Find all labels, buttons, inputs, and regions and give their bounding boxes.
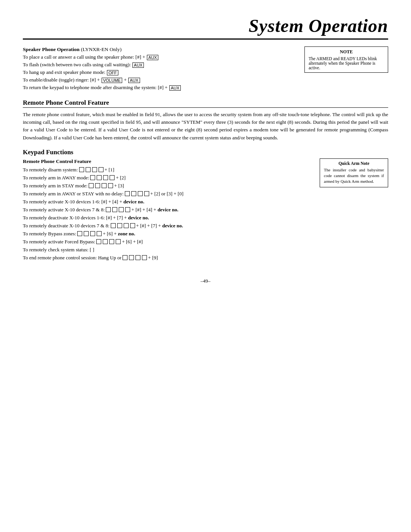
kp-line-7: To remotely deactivate X-10 devices 1-6:… xyxy=(23,215,312,221)
kp-line-10: To remotely activate Forced Bypass: + [6… xyxy=(23,239,312,245)
kp-line-5: To remotely activate X-10 devices 1-6: [… xyxy=(23,199,312,205)
quick-arm-title: Quick Arm Note xyxy=(324,161,384,166)
kp-line-12: To end remote phone control session: Han… xyxy=(23,255,312,261)
sq-9-2 xyxy=(84,231,89,236)
speaker-line-5: To return the keypad to telephone mode a… xyxy=(23,85,297,91)
kp-line-3: To remotely arm in STAY mode: + [3] xyxy=(23,183,312,189)
sq-12-2 xyxy=(129,255,134,260)
sq-10-4 xyxy=(116,239,121,244)
aux-badge-4: AUX xyxy=(169,85,181,91)
note-box-text: The ARMED and READY LEDs blink alternate… xyxy=(309,56,384,70)
sq-6-3 xyxy=(119,207,124,212)
sq-10-2 xyxy=(103,239,108,244)
sq-8-3 xyxy=(124,223,129,228)
keypad-remote-subtitle: Remote Phone Control Feature xyxy=(23,158,312,165)
keypad-functions-title: Keypad Functions xyxy=(23,149,388,156)
sq-2-3 xyxy=(103,175,108,180)
sq-3-3 xyxy=(102,183,107,188)
sq-1-2 xyxy=(86,167,91,172)
sq-4-3 xyxy=(138,191,143,196)
kp-line-1: To remotely disarm system: + [1] xyxy=(23,167,312,173)
speaker-phone-title: Speaker Phone Operation (LYNXR-EN Only) xyxy=(23,46,297,53)
sq-8-1 xyxy=(111,223,116,228)
speaker-line-3: To hang up and exit speaker phone mode: … xyxy=(23,69,297,75)
top-section: Speaker Phone Operation (LYNXR-EN Only) … xyxy=(23,46,388,92)
remote-phone-body: The remote phone control feature, which … xyxy=(23,111,388,142)
keypad-left: Remote Phone Control Feature To remotely… xyxy=(23,158,312,263)
sq-1-1 xyxy=(79,167,84,172)
speaker-line-2: To flash (switch between two calls using… xyxy=(23,62,297,68)
sq-12-4 xyxy=(142,255,147,260)
sq-9-4 xyxy=(97,231,102,236)
aux-badge-3: AUX xyxy=(128,78,140,83)
note-box: NOTE The ARMED and READY LEDs blink alte… xyxy=(304,46,388,73)
off-badge: OFF xyxy=(107,70,118,75)
kp-line-4: To remotely arm in AWAY or STAY with no … xyxy=(23,191,312,197)
sq-1-4 xyxy=(99,167,104,172)
sq-2-2 xyxy=(97,175,102,180)
aux-badge-2: AUX xyxy=(132,62,144,68)
quick-arm-text: The installer code and babysitter code c… xyxy=(324,167,384,185)
speaker-line-1: To place a call or answer a call using t… xyxy=(23,54,297,60)
sq-8-2 xyxy=(117,223,122,228)
aux-badge-1: AUX xyxy=(147,55,159,60)
sq-12-1 xyxy=(123,255,127,260)
page-title: System Operation xyxy=(23,15,388,36)
sq-4-2 xyxy=(131,191,136,196)
speaker-phone-lines: To place a call or answer a call using t… xyxy=(23,54,297,91)
kp-line-8: To remotely deactivate X-10 devices 7 & … xyxy=(23,223,312,229)
sq-6-2 xyxy=(112,207,117,212)
kp-line-2: To remotely arm in AWAY mode: + [2] xyxy=(23,175,312,181)
speaker-phone-block: Speaker Phone Operation (LYNXR-EN Only) … xyxy=(23,46,297,92)
quick-arm-box: Quick Arm Note The installer code and ba… xyxy=(320,158,388,187)
title-underline xyxy=(23,38,388,40)
sq-2-4 xyxy=(110,175,115,180)
volume-badge: VOLUME xyxy=(102,78,122,83)
remote-phone-section-title: Remote Phone Control Feature xyxy=(23,99,388,108)
sq-10-3 xyxy=(109,239,114,244)
sq-6-4 xyxy=(125,207,130,212)
sq-12-3 xyxy=(135,255,140,260)
sq-10-1 xyxy=(96,239,101,244)
sq-9-1 xyxy=(77,231,82,236)
kp-line-6: To remotely activate X-10 devices 7 & 8:… xyxy=(23,207,312,213)
kp-line-11: To remotely check system status: [ ] xyxy=(23,247,312,253)
sq-6-1 xyxy=(106,207,111,212)
kp-line-9: To remotely Bypass zones: + [6] + zone n… xyxy=(23,231,312,237)
sq-1-3 xyxy=(92,167,97,172)
keypad-right: Quick Arm Note The installer code and ba… xyxy=(320,158,388,263)
speaker-line-4: To enable/disable (toggle) ringer: [#] +… xyxy=(23,77,297,83)
sq-2-1 xyxy=(90,175,95,180)
sq-3-4 xyxy=(108,183,113,188)
sq-8-4 xyxy=(130,223,135,228)
sq-4-4 xyxy=(144,191,149,196)
sq-4-1 xyxy=(125,191,130,196)
sq-3-2 xyxy=(95,183,100,188)
keypad-content: Remote Phone Control Feature To remotely… xyxy=(23,158,388,263)
sq-9-3 xyxy=(90,231,95,236)
page-number: –49– xyxy=(23,278,388,284)
note-box-title: NOTE xyxy=(309,49,384,55)
sq-3-1 xyxy=(89,183,94,188)
